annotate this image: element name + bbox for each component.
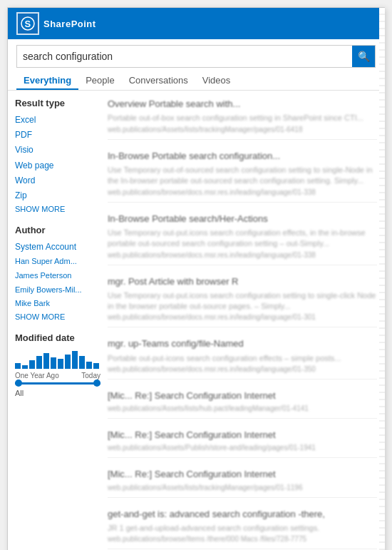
- filter-author-4[interactable]: Emily Bowers-Mil...: [15, 283, 100, 297]
- date-slider-left[interactable]: [15, 380, 22, 387]
- tab-conversations[interactable]: Conversations: [122, 72, 195, 90]
- result-url-7[interactable]: web.publications/Assets/Publish/store-an…: [108, 444, 377, 452]
- date-slider-fill: [15, 382, 100, 385]
- result-snippet-2: Use Temporary out-of-sourced search conf…: [108, 165, 377, 187]
- result-item-2: In-Browse Portable search configuration.…: [108, 150, 377, 203]
- hist-bar-4: [36, 356, 42, 369]
- result-item-5: mgr. up-Teams config/file-Named Portable…: [108, 337, 377, 380]
- hist-labels: One Year Ago Today: [15, 372, 100, 380]
- filter-visio[interactable]: Visio: [15, 143, 100, 158]
- date-all-label[interactable]: All: [15, 389, 100, 397]
- hist-bar-8: [65, 355, 71, 369]
- filter-author-2[interactable]: Han Super Adm...: [15, 255, 100, 269]
- result-url-5[interactable]: web.publications/browse/docs.msr.res.in/…: [108, 365, 377, 373]
- result-title-9[interactable]: get-and-get is: advanced search configur…: [108, 508, 377, 521]
- modified-date-title: Modified date: [15, 332, 100, 343]
- filter-author-3[interactable]: James Peterson: [15, 269, 100, 283]
- hist-bar-10: [79, 356, 85, 369]
- author-title: Author: [15, 225, 100, 235]
- search-button[interactable]: 🔍: [352, 46, 375, 67]
- result-title-7[interactable]: [Mic... Re:] Search Configuration Intern…: [108, 429, 377, 442]
- result-title-1[interactable]: Overview Portable search with...: [108, 98, 377, 111]
- filter-system-account[interactable]: System Account: [15, 240, 100, 255]
- search-bar-container: 🔍 Everything People Conversations Videos: [8, 39, 384, 91]
- sharepoint-logo: S SharePoint: [16, 12, 96, 35]
- search-icon: 🔍: [358, 51, 370, 62]
- result-item-6: [Mic... Re:] Search Configuration Intern…: [108, 389, 377, 419]
- result-snippet-5: Portable out-put-icons search configurat…: [108, 353, 377, 364]
- result-item-3: In-Browse Portable search/Her-Actions Us…: [108, 213, 377, 265]
- sidebar: Result type Excel PDF Visio Web page Wor…: [15, 98, 100, 550]
- hist-bar-9: [72, 351, 78, 369]
- result-title-4[interactable]: mgr. Post Article with browser R: [108, 275, 377, 288]
- filter-zip[interactable]: Zip: [15, 188, 100, 203]
- tab-people[interactable]: People: [78, 72, 121, 90]
- tab-everything[interactable]: Everything: [16, 72, 78, 90]
- result-type-section: Result type Excel PDF Visio Web page Wor…: [15, 98, 100, 213]
- date-start-label: One Year Ago: [15, 372, 59, 380]
- result-snippet-3: Use Temporary out-put.icons search confi…: [108, 228, 377, 250]
- filter-webpage[interactable]: Web page: [15, 158, 100, 173]
- hist-bar-7: [58, 359, 63, 369]
- sharepoint-icon: S: [21, 16, 35, 31]
- date-slider-right[interactable]: [93, 380, 100, 387]
- hist-bar-12: [93, 363, 99, 369]
- result-type-show-more[interactable]: SHOW MORE: [15, 205, 100, 213]
- hist-bar-11: [86, 362, 92, 369]
- date-slider-track[interactable]: [15, 382, 100, 385]
- date-histogram: [15, 347, 100, 369]
- results-area: Overview Portable search with... Portabl…: [108, 98, 377, 550]
- filter-author-5[interactable]: Mike Bark: [15, 297, 100, 311]
- result-title-5[interactable]: mgr. up-Teams config/file-Named: [108, 337, 377, 350]
- result-url-6[interactable]: web.publications/Assets/lists/hub.pact/l…: [108, 404, 377, 412]
- result-type-title: Result type: [15, 98, 100, 108]
- date-end-label: Today: [81, 372, 100, 380]
- result-snippet-4: Use Temporary out-put.icons search confi…: [108, 290, 377, 312]
- header: S SharePoint: [8, 8, 384, 39]
- result-url-1[interactable]: web.publications/Assets/lists/trackingMa…: [108, 126, 377, 133]
- result-url-9[interactable]: web.publications/browse/Items /there/000…: [108, 535, 377, 543]
- tab-videos[interactable]: Videos: [195, 72, 238, 90]
- search-input-row: 🔍: [16, 45, 376, 68]
- result-title-3[interactable]: In-Browse Portable search/Her-Actions: [108, 213, 377, 225]
- result-url-2[interactable]: web.publications/browse/docs.msr.res.in/…: [108, 188, 377, 196]
- result-title-6[interactable]: [Mic... Re:] Search Configuration Intern…: [108, 389, 377, 402]
- hist-bar-1: [15, 363, 21, 369]
- main-content: Result type Excel PDF Visio Web page Wor…: [8, 91, 384, 550]
- result-title-2[interactable]: In-Browse Portable search configuration.…: [108, 150, 377, 163]
- modified-date-section: Modified date One Year Ago: [15, 332, 100, 397]
- result-item-9: get-and-get is: advanced search configur…: [108, 508, 377, 550]
- page-wrapper: S SharePoint 🔍 Everything People Convers…: [7, 7, 385, 550]
- result-item-7: [Mic... Re:] Search Configuration Intern…: [108, 429, 377, 458]
- filter-excel[interactable]: Excel: [15, 113, 100, 128]
- hist-bar-5: [43, 353, 49, 369]
- hist-bar-2: [22, 365, 28, 369]
- search-tabs: Everything People Conversations Videos: [16, 72, 376, 90]
- result-snippet-9: JR 1 get-and-upload-advanced search conf…: [108, 523, 377, 534]
- result-url-4[interactable]: web.publications/browse/docs.msr.res.in/…: [108, 313, 377, 321]
- app-name: SharePoint: [43, 19, 96, 29]
- hist-bar-6: [51, 357, 56, 369]
- result-url-3[interactable]: web.publications/browse/docs.msr.res.in/…: [108, 251, 377, 259]
- logo-icon: S: [16, 12, 39, 35]
- result-snippet-1: Portable out-of-box search configuration…: [108, 113, 377, 123]
- author-show-more[interactable]: SHOW MORE: [15, 312, 100, 321]
- result-item-8: [Mic... Re:] Search Configuration Intern…: [108, 468, 377, 497]
- result-item-1: Overview Portable search with... Portabl…: [108, 98, 377, 140]
- svg-text:S: S: [24, 19, 31, 29]
- search-input[interactable]: [17, 51, 352, 62]
- author-section: Author System Account Han Super Adm... J…: [15, 225, 100, 321]
- filter-word[interactable]: Word: [15, 173, 100, 188]
- hist-bar-3: [29, 360, 35, 369]
- result-url-8[interactable]: web.publications/Assets/lists/trackingMa…: [108, 484, 377, 492]
- result-title-8[interactable]: [Mic... Re:] Search Configuration Intern…: [108, 468, 377, 481]
- filter-pdf[interactable]: PDF: [15, 128, 100, 143]
- result-item-4: mgr. Post Article with browser R Use Tem…: [108, 275, 377, 328]
